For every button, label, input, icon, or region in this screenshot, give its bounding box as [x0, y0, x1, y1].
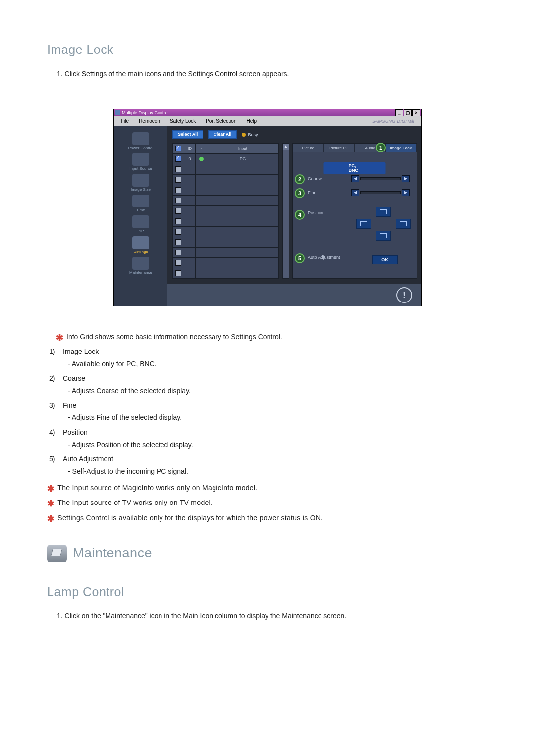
- fine-label: Fine: [308, 191, 351, 195]
- list-item: 3)Fine: [49, 401, 488, 411]
- row-checkbox[interactable]: [175, 177, 181, 183]
- item-title: Auto Adjustment: [63, 454, 113, 465]
- row-checkbox[interactable]: [175, 239, 181, 245]
- row-checkbox[interactable]: [175, 229, 181, 235]
- row-checkbox[interactable]: [175, 156, 181, 162]
- image-lock-lead: 1. Click Settings of the main icons and …: [57, 69, 488, 79]
- position-left-button[interactable]: [356, 219, 371, 229]
- sidebar-input-source[interactable]: Input Source: [129, 153, 152, 171]
- position-pad: [351, 207, 416, 239]
- scroll-up-icon[interactable]: ▲: [283, 144, 289, 150]
- table-row[interactable]: 0 PC: [173, 153, 279, 164]
- callout-4: 4: [295, 210, 305, 220]
- sidebar-label: Image Size: [131, 188, 151, 192]
- callout-1: 1: [376, 143, 386, 152]
- menu-safety-lock[interactable]: Safety Lock: [165, 119, 201, 124]
- table-row[interactable]: [173, 185, 279, 195]
- app-window: Multiple Display Control _ ▢ × File Remo…: [113, 109, 422, 306]
- row-checkbox[interactable]: [175, 187, 181, 193]
- col-status-icon: ◦: [196, 144, 207, 153]
- right-arrow-icon[interactable]: ▶: [402, 189, 410, 196]
- settings-icon: [132, 236, 149, 249]
- row-checkbox[interactable]: [175, 198, 181, 203]
- restore-button[interactable]: ▢: [404, 109, 412, 116]
- list-item: 1)Image Lock: [49, 347, 488, 357]
- row-checkbox[interactable]: [175, 166, 181, 172]
- tab-picture[interactable]: Picture: [293, 144, 324, 152]
- table-row[interactable]: [173, 164, 279, 174]
- list-item: 2)Coarse: [49, 373, 488, 384]
- info-line: ✱Info Grid shows some basic information …: [56, 331, 488, 345]
- ok-button[interactable]: OK: [372, 255, 398, 264]
- select-all-button[interactable]: Select All: [172, 130, 203, 139]
- coarse-slider[interactable]: ◀▶: [351, 175, 410, 182]
- item-desc: - Available only for PC, BNC.: [68, 359, 488, 370]
- row-checkbox[interactable]: [175, 208, 181, 214]
- sidebar-power-control[interactable]: Power Control: [128, 132, 154, 150]
- table-row[interactable]: [173, 174, 279, 185]
- table-row[interactable]: [173, 237, 279, 247]
- menu-help[interactable]: Help: [241, 119, 262, 124]
- pc-bnc-badge: PC, BNC: [324, 162, 386, 174]
- menu-bar: File Remocon Safety Lock Port Selection …: [114, 116, 421, 126]
- table-row[interactable]: [173, 216, 279, 226]
- sidebar-maintenance[interactable]: Maintenance: [129, 257, 152, 275]
- pip-icon: [132, 215, 149, 228]
- busy-indicator: Busy: [242, 133, 258, 137]
- row-checkbox[interactable]: [175, 250, 181, 255]
- star-icon: ✱: [47, 514, 54, 524]
- select-all-checkbox[interactable]: [175, 146, 181, 151]
- row-input: PC: [207, 154, 279, 164]
- sidebar-image-size[interactable]: Image Size: [131, 174, 151, 192]
- position-down-button[interactable]: [376, 231, 391, 241]
- note-line: ✱The Input source of TV works only on TV…: [47, 496, 488, 511]
- busy-label: Busy: [248, 133, 258, 137]
- row-checkbox[interactable]: [175, 260, 181, 266]
- brand-label: SAMSUNG DIGITall: [367, 119, 419, 124]
- col-id: ID: [184, 144, 196, 153]
- item-number: 4): [49, 427, 63, 438]
- right-arrow-icon[interactable]: ▶: [402, 175, 410, 182]
- image-lock-heading: Image Lock: [47, 42, 488, 57]
- left-arrow-icon[interactable]: ◀: [351, 175, 359, 182]
- table-row[interactable]: [173, 257, 279, 268]
- sidebar-time[interactable]: Time: [132, 195, 149, 212]
- row-checkbox[interactable]: [175, 218, 181, 224]
- info-grid: ID ◦ Input 0 PC: [172, 143, 279, 279]
- table-row[interactable]: [173, 226, 279, 237]
- window-title: Multiple Display Control: [122, 111, 169, 115]
- maintenance-section-icon: [47, 545, 67, 562]
- item-desc: - Adjusts Coarse of the selected display…: [68, 386, 488, 397]
- grid-scrollbar[interactable]: ▲: [282, 143, 289, 279]
- item-title: Coarse: [63, 373, 85, 384]
- sidebar-pip[interactable]: PIP: [132, 215, 149, 233]
- table-row[interactable]: [173, 247, 279, 257]
- fine-control: Fine ◀▶: [308, 189, 410, 196]
- list-item: 4)Position: [49, 427, 488, 438]
- minimize-button[interactable]: _: [395, 109, 403, 116]
- table-row[interactable]: [173, 205, 279, 216]
- table-row[interactable]: [173, 268, 279, 278]
- item-number: 2): [49, 373, 63, 384]
- clear-all-button[interactable]: Clear All: [208, 130, 237, 139]
- warning-icon: !: [396, 287, 412, 303]
- menu-remocon[interactable]: Remocon: [134, 119, 165, 124]
- menu-port-selection[interactable]: Port Selection: [201, 119, 241, 124]
- item-desc: - Adjusts Position of the selected displ…: [68, 440, 488, 451]
- sidebar-label: Time: [136, 208, 145, 212]
- table-row[interactable]: [173, 195, 279, 205]
- sidebar-settings[interactable]: Settings: [132, 236, 149, 254]
- tab-image-lock[interactable]: Image Lock: [386, 144, 417, 152]
- menu-file[interactable]: File: [116, 119, 134, 124]
- item-title: Position: [63, 427, 88, 438]
- fine-slider[interactable]: ◀▶: [351, 189, 410, 196]
- star-icon: ✱: [47, 484, 54, 494]
- item-number: 5): [49, 454, 63, 465]
- position-right-button[interactable]: [396, 219, 411, 229]
- auto-adjust-label: Auto Adjustment: [308, 255, 367, 260]
- row-checkbox[interactable]: [175, 270, 181, 276]
- tab-picture-pc[interactable]: Picture PC: [324, 144, 355, 152]
- left-arrow-icon[interactable]: ◀: [351, 189, 359, 196]
- position-up-button[interactable]: [376, 207, 391, 217]
- close-button[interactable]: ×: [412, 109, 420, 116]
